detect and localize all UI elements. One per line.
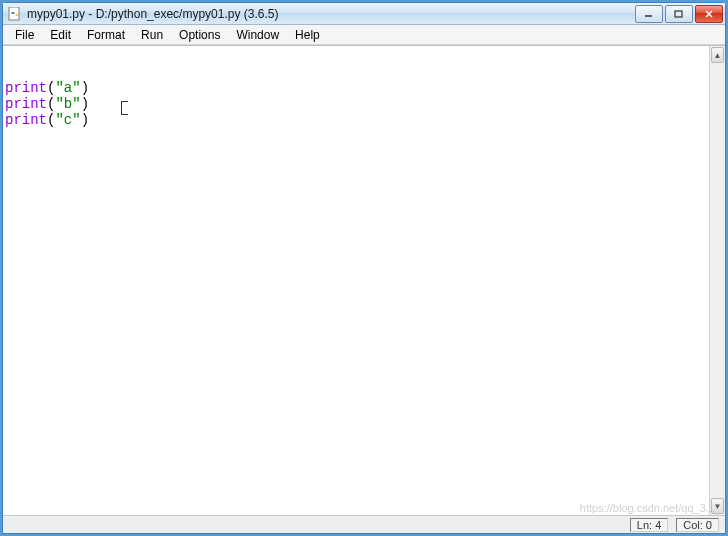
code-editor[interactable]: print("a")print("b")print("c"): [3, 46, 709, 515]
menu-format[interactable]: Format: [79, 27, 133, 43]
status-col: Col: 0: [676, 518, 719, 532]
menu-run[interactable]: Run: [133, 27, 171, 43]
code-line: print("a"): [5, 80, 707, 96]
close-button[interactable]: [695, 5, 723, 23]
scroll-track[interactable]: [710, 64, 725, 497]
menu-help[interactable]: Help: [287, 27, 328, 43]
menu-options[interactable]: Options: [171, 27, 228, 43]
svg-rect-2: [675, 11, 682, 17]
scroll-up-icon[interactable]: ▲: [711, 47, 724, 63]
status-line: Ln: 4: [630, 518, 668, 532]
idle-window: mypy01.py - D:/python_exec/mypy01.py (3.…: [2, 2, 726, 534]
minimize-button[interactable]: [635, 5, 663, 23]
vertical-scrollbar[interactable]: ▲ ▼: [709, 46, 725, 515]
maximize-button[interactable]: [665, 5, 693, 23]
menubar: File Edit Format Run Options Window Help: [3, 25, 725, 45]
window-controls: [633, 5, 723, 23]
menu-edit[interactable]: Edit: [42, 27, 79, 43]
window-title: mypy01.py - D:/python_exec/mypy01.py (3.…: [27, 7, 633, 21]
code-line: print("b"): [5, 96, 707, 112]
code-line: print("c"): [5, 112, 707, 128]
statusbar: Ln: 4 Col: 0: [3, 515, 725, 533]
titlebar[interactable]: mypy01.py - D:/python_exec/mypy01.py (3.…: [3, 3, 725, 25]
python-file-icon: [7, 6, 23, 22]
editor-area: print("a")print("b")print("c") ▲ ▼ https…: [3, 45, 725, 515]
menu-file[interactable]: File: [7, 27, 42, 43]
menu-window[interactable]: Window: [228, 27, 287, 43]
scroll-down-icon[interactable]: ▼: [711, 498, 724, 514]
